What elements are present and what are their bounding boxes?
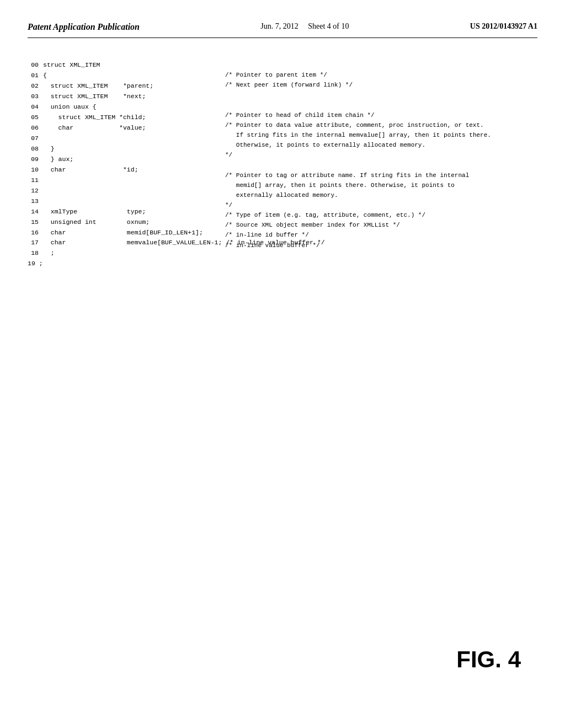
header-date-sheet: Jun. 7, 2012 Sheet 4 of 10	[260, 22, 349, 31]
page-container: Patent Application Publication Jun. 7, 2…	[0, 0, 565, 728]
sheet-info: Sheet 4 of 10	[308, 22, 349, 30]
page-header: Patent Application Publication Jun. 7, 2…	[28, 22, 537, 38]
code-block: 00 01 02 03 04 05 06 07 08 09 10 11 12 1…	[28, 60, 537, 269]
figure-label: FIG. 4	[456, 646, 521, 673]
patent-number: US 2012/0143927 A1	[470, 22, 537, 31]
code-comments: /* Pointer to parent item */ /* Next pee…	[220, 60, 537, 269]
publication-date: Jun. 7, 2012	[260, 22, 298, 30]
source-code: struct XML_ITEM { struct XML_ITEM *paren…	[43, 60, 220, 269]
line-numbers: 00 01 02 03 04 05 06 07 08 09 10 11 12 1…	[28, 60, 43, 269]
publication-title: Patent Application Publication	[28, 22, 140, 32]
